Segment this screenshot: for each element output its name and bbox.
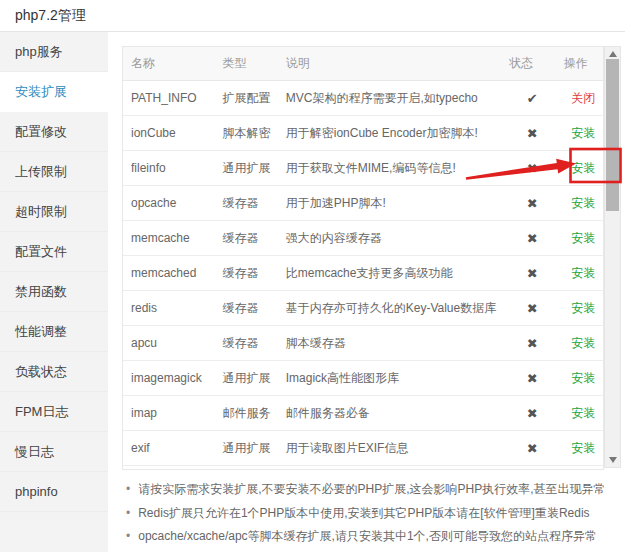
empty-cell [501,466,556,471]
install-link[interactable]: 安装 [571,441,595,455]
main-panel: 名称类型说明状态操作 PATH_INFO扩展配置MVC架构的程序需要开启,如ty… [108,32,625,552]
action-cell: 安装 [556,431,603,466]
sidebar-item-performance-tuning[interactable]: 性能调整 [0,312,108,352]
extension-name: memcache [123,221,215,256]
extension-description: 用于读取图片EXIF信息 [278,431,501,466]
status-cell: ✖ [501,186,556,221]
table-row: fileinfo通用扩展用于获取文件MIME,编码等信息!✖安装 [123,151,603,186]
sidebar: php服务安装扩展配置修改上传限制超时限制配置文件禁用函数性能调整负载状态FPM… [0,32,108,552]
extension-type: 脚本解密 [215,116,278,151]
cross-icon: ✖ [527,441,538,456]
titlebar: php7.2管理 [0,0,625,32]
action-cell: 安装 [556,221,603,256]
extension-description: MVC架构的程序需要开启,如typecho [278,81,501,116]
action-cell: 安装 [556,186,603,221]
column-header-status: 状态 [501,47,556,81]
action-cell: 安装 [556,326,603,361]
sidebar-item-load-status[interactable]: 负载状态 [0,352,108,392]
cross-icon: ✖ [527,126,538,141]
extension-name: opcache [123,186,215,221]
status-cell: ✖ [501,151,556,186]
cross-icon: ✖ [527,231,538,246]
extension-name: exif [123,431,215,466]
empty-cell [123,466,215,471]
note-item: opcache/xcache/apc等脚本缓存扩展,请只安装其中1个,否则可能导… [122,525,622,549]
cross-icon: ✖ [527,406,538,421]
install-link[interactable]: 安装 [571,406,595,420]
extension-description: 比memcache支持更多高级功能 [278,256,501,291]
install-link[interactable]: 安装 [571,231,595,245]
sidebar-item-disabled-functions[interactable]: 禁用函数 [0,272,108,312]
sidebar-item-config-file[interactable]: 配置文件 [0,232,108,272]
sidebar-item-timeout-limit[interactable]: 超时限制 [0,192,108,232]
extension-description: 基于内存亦可持久化的Key-Value数据库 [278,291,501,326]
sidebar-item-install-extension[interactable]: 安装扩展 [0,72,108,112]
php-manager-window: php7.2管理 php服务安装扩展配置修改上传限制超时限制配置文件禁用函数性能… [0,0,625,552]
extensions-table: 名称类型说明状态操作 PATH_INFO扩展配置MVC架构的程序需要开启,如ty… [122,46,604,470]
column-header-type: 类型 [215,47,278,81]
extension-description: 邮件服务器必备 [278,396,501,431]
install-link[interactable]: 安装 [571,161,595,175]
extension-type: 扩展配置 [215,81,278,116]
table-row-partial [123,466,603,471]
table-row: memcached缓存器比memcache支持更多高级功能✖安装 [123,256,603,291]
scroll-down-icon[interactable] [605,453,620,467]
action-cell: 安装 [556,116,603,151]
extension-type: 缓存器 [215,291,278,326]
extension-name: memcached [123,256,215,291]
table-row: imagemagick通用扩展Imagick高性能图形库✖安装 [123,361,603,396]
install-link[interactable]: 安装 [571,371,595,385]
table-row: PATH_INFO扩展配置MVC架构的程序需要开启,如typecho✔关闭 [123,81,603,116]
install-link[interactable]: 安装 [571,336,595,350]
action-cell: 安装 [556,361,603,396]
sidebar-item-fpm-log[interactable]: FPM日志 [0,392,108,432]
status-cell: ✖ [501,361,556,396]
empty-cell [215,466,278,471]
column-header-action: 操作 [556,47,603,81]
extension-type: 通用扩展 [215,431,278,466]
extension-type: 邮件服务 [215,396,278,431]
sidebar-item-phpinfo[interactable]: phpinfo [0,472,108,512]
extension-name: PATH_INFO [123,81,215,116]
sidebar-item-slow-log[interactable]: 慢日志 [0,432,108,472]
status-cell: ✔ [501,81,556,116]
note-item: Redis扩展只允许在1个PHP版本中使用,安装到其它PHP版本请在[软件管理]… [122,502,622,526]
cross-icon: ✖ [527,161,538,176]
table-row: memcache缓存器强大的内容缓存器✖安装 [123,221,603,256]
scrollbar-thumb[interactable] [606,59,619,211]
install-link[interactable]: 安装 [571,266,595,280]
extension-type: 缓存器 [215,256,278,291]
close-link[interactable]: 关闭 [571,91,595,105]
table-scrollbar[interactable] [604,46,621,468]
extension-type: 缓存器 [215,221,278,256]
extension-description: 用于加速PHP脚本! [278,186,501,221]
install-link[interactable]: 安装 [571,196,595,210]
action-cell: 关闭 [556,81,603,116]
status-cell: ✖ [501,291,556,326]
check-icon: ✔ [527,91,538,106]
cross-icon: ✖ [527,336,538,351]
status-cell: ✖ [501,116,556,151]
extension-name: apcu [123,326,215,361]
extension-type: 通用扩展 [215,151,278,186]
table-row: redis缓存器基于内存亦可持久化的Key-Value数据库✖安装 [123,291,603,326]
sidebar-item-php-service[interactable]: php服务 [0,32,108,72]
sidebar-item-config-modify[interactable]: 配置修改 [0,112,108,152]
status-cell: ✖ [501,431,556,466]
extension-name: fileinfo [123,151,215,186]
extension-name: imagemagick [123,361,215,396]
sidebar-item-upload-limit[interactable]: 上传限制 [0,152,108,192]
cross-icon: ✖ [527,196,538,211]
tips-list: 请按实际需求安装扩展,不要安装不必要的PHP扩展,这会影响PHP执行效率,甚至出… [122,478,622,549]
cross-icon: ✖ [527,266,538,281]
cross-icon: ✖ [527,301,538,316]
status-cell: ✖ [501,256,556,291]
extension-description: 用于解密ionCube Encoder加密脚本! [278,116,501,151]
empty-cell [556,466,603,471]
install-link[interactable]: 安装 [571,126,595,140]
install-link[interactable]: 安装 [571,301,595,315]
table-row: opcache缓存器用于加速PHP脚本!✖安装 [123,186,603,221]
extension-type: 缓存器 [215,186,278,221]
table-row: apcu缓存器脚本缓存器✖安装 [123,326,603,361]
extension-type: 通用扩展 [215,361,278,396]
